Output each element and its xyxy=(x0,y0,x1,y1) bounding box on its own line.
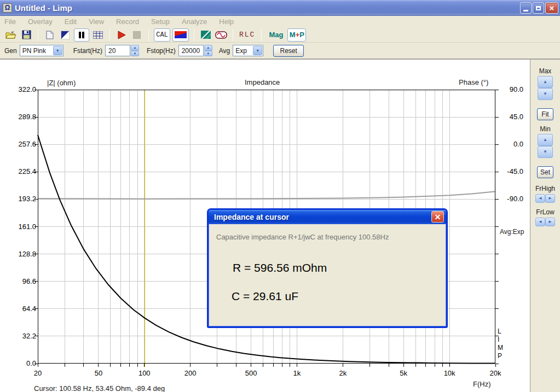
fstart-stepper[interactable]: ▲ ▼ xyxy=(131,45,139,56)
spin-up-icon[interactable]: ▲ xyxy=(538,134,553,146)
toolbar: CAL RLC Mag M+P xyxy=(0,27,560,43)
toolbar-separator xyxy=(194,29,194,41)
spin-down-icon[interactable]: ▼ xyxy=(538,146,553,158)
menu-item-analyze[interactable]: Analyze xyxy=(182,16,212,27)
max-stepper[interactable]: ▲ ▼ xyxy=(538,76,553,100)
dialog-message: Capacitive impedance R+1/jwC at frequenc… xyxy=(216,233,389,241)
fstart-label: Fstart(Hz) xyxy=(73,47,102,55)
frlow-label: FrLow xyxy=(536,208,554,216)
table-icon xyxy=(93,31,103,39)
spectrum-button[interactable] xyxy=(199,28,212,42)
x-axis-tick-label: 100 xyxy=(131,369,158,377)
x-axis-tick-label: 20 xyxy=(24,369,51,377)
set-button[interactable]: Set xyxy=(537,166,553,178)
fstop-input[interactable]: 20000 xyxy=(178,45,204,56)
fstart-input[interactable]: 20 xyxy=(105,45,130,56)
toolbar-separator xyxy=(38,29,38,41)
spin-down-icon[interactable]: ▼ xyxy=(538,88,553,100)
generator-flag-icon xyxy=(175,31,187,38)
table-button[interactable] xyxy=(91,28,105,42)
fit-button[interactable]: Fit xyxy=(537,108,553,120)
right-axis-title: Phase (°) xyxy=(459,78,488,86)
stop-icon xyxy=(133,31,141,39)
chart-title: Impedance xyxy=(245,78,280,86)
limp-vertical-label: L xyxy=(498,327,501,335)
menu-bar: FileOverlayEditViewRecordSetupAnalyzeHel… xyxy=(0,16,560,27)
toolbar-separator xyxy=(233,29,233,41)
spin-up-icon[interactable]: ▲ xyxy=(131,45,139,51)
avg-status-label: Avg:Exp xyxy=(500,228,524,236)
impedance-dialog: Impedance at cursor ✕ Capacitive impedan… xyxy=(207,208,448,328)
toolbar-separator xyxy=(261,29,262,41)
x-axis-tick-label: 2k xyxy=(329,369,356,377)
menu-item-file[interactable]: File xyxy=(4,16,21,27)
restore-icon xyxy=(536,6,541,10)
minimize-button[interactable] xyxy=(520,2,532,14)
x-axis-tick-label: 500 xyxy=(238,369,265,377)
cal-label: CAL xyxy=(156,31,168,39)
x-axis-tick-label: 200 xyxy=(177,369,204,377)
menu-item-setup[interactable]: Setup xyxy=(151,16,175,27)
menu-item-help[interactable]: Help xyxy=(219,16,239,27)
x-axis-tick-label: 20k xyxy=(482,369,509,377)
minimize-icon xyxy=(523,10,528,11)
cal-button[interactable]: CAL xyxy=(154,28,170,42)
frhigh-stepper[interactable]: ◄ ► xyxy=(535,194,555,203)
y-axis-tick-label: 128.8 xyxy=(13,250,36,258)
side-panel: Max ▲ ▼ Fit Min ▲ ▼ Set FrHigh ◄ ► FrLow… xyxy=(530,60,560,392)
spin-left-icon[interactable]: ◄ xyxy=(535,218,545,226)
menu-item-view[interactable]: View xyxy=(89,16,109,27)
y-axis-tick-label: 64.4 xyxy=(13,305,36,313)
spin-down-icon[interactable]: ▼ xyxy=(204,51,212,57)
reset-button[interactable]: Reset xyxy=(273,45,304,57)
spectrum-icon xyxy=(201,31,211,39)
y-axis-tick-label: 225.4 xyxy=(13,167,36,175)
signal-button[interactable] xyxy=(215,28,228,42)
y-axis-tick-label: 96.6 xyxy=(13,277,36,285)
chevron-down-icon[interactable]: ▼ xyxy=(253,46,262,55)
rlc-button[interactable]: RLC xyxy=(239,31,255,39)
y-axis-tick-label: 0.0 xyxy=(13,359,36,367)
frlow-stepper[interactable]: ◄ ► xyxy=(535,218,555,226)
phase-axis-tick-label: 45.0 xyxy=(499,113,523,121)
record-stop-button[interactable] xyxy=(130,28,143,42)
play-icon xyxy=(117,31,126,39)
gen-select[interactable]: PN Pink ▼ xyxy=(20,45,63,56)
pause-button[interactable] xyxy=(74,28,89,42)
generator-button[interactable] xyxy=(172,28,189,42)
restore-button[interactable] xyxy=(533,2,544,14)
spin-right-icon[interactable]: ► xyxy=(545,218,555,226)
capacitance-value: C = 29.61 uF xyxy=(232,290,298,303)
copy-button[interactable] xyxy=(43,28,56,42)
y-axis-tick-label: 322.0 xyxy=(13,85,36,93)
menu-item-overlay[interactable]: Overlay xyxy=(28,16,58,27)
avg-select[interactable]: Exp ▼ xyxy=(233,45,263,56)
gen-label: Gen xyxy=(4,47,17,55)
close-button[interactable]: × xyxy=(545,2,558,14)
x-axis-tick-label: 50 xyxy=(85,369,112,377)
save-file-button[interactable] xyxy=(20,28,33,42)
chevron-down-icon[interactable]: ▼ xyxy=(53,46,62,55)
max-label: Max xyxy=(539,67,552,75)
phase-axis-tick-label: 0.0 xyxy=(499,140,523,148)
overlay-triangle-icon xyxy=(61,31,70,39)
y-axis-tick-label: 257.6 xyxy=(13,140,36,148)
record-play-button[interactable] xyxy=(115,28,128,42)
spin-up-icon[interactable]: ▲ xyxy=(538,76,553,88)
menu-item-record[interactable]: Record xyxy=(116,16,145,27)
y-axis-tick-label: 193.2 xyxy=(13,195,36,203)
min-stepper[interactable]: ▲ ▼ xyxy=(538,134,553,158)
spin-up-icon[interactable]: ▲ xyxy=(204,45,212,51)
overlay-button[interactable] xyxy=(59,28,72,42)
mag-button[interactable]: Mag xyxy=(269,31,283,39)
open-file-button[interactable] xyxy=(4,28,18,42)
dialog-close-button[interactable]: ✕ xyxy=(431,211,444,223)
spin-down-icon[interactable]: ▼ xyxy=(131,51,139,57)
limp-vertical-label: P xyxy=(498,352,502,360)
fstop-stepper[interactable]: ▲ ▼ xyxy=(204,45,212,56)
mag-phase-button[interactable]: M+P xyxy=(287,28,306,42)
spin-right-icon[interactable]: ► xyxy=(545,194,555,203)
spin-left-icon[interactable]: ◄ xyxy=(535,194,545,203)
menu-item-edit[interactable]: Edit xyxy=(65,16,82,27)
cursor-readout: Cursor: 100.58 Hz, 53.45 Ohm, -89.4 deg xyxy=(34,384,165,392)
